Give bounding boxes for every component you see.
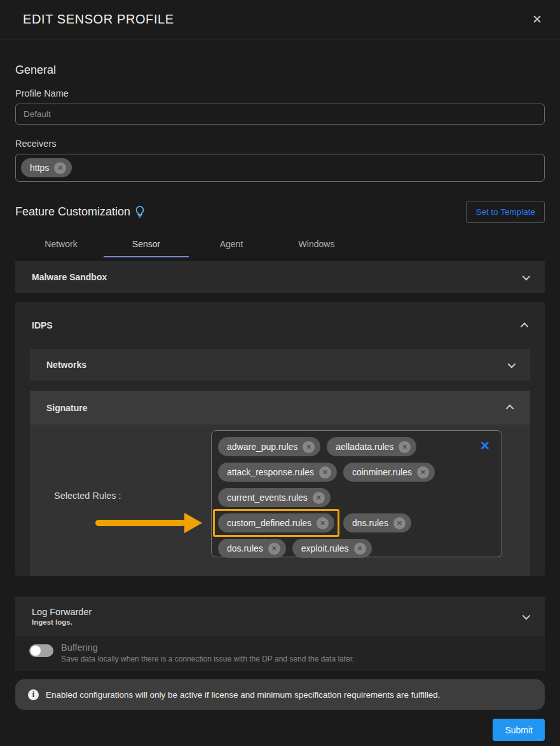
highlight-box: custom_defined.rules✕ (213, 509, 339, 537)
accordion-malware-sandbox[interactable]: Malware Sandbox (15, 261, 545, 293)
chevron-up-icon (506, 405, 514, 413)
buffering-row: Buffering Save data locally when there i… (15, 636, 545, 671)
rule-chip: exploit.rules✕ (292, 539, 372, 558)
tab-agent[interactable]: Agent (189, 232, 274, 257)
buffering-label: Buffering (61, 642, 354, 653)
receivers-input[interactable]: https✕ (15, 154, 545, 182)
remove-icon[interactable]: ✕ (417, 466, 429, 478)
remove-icon[interactable]: ✕ (399, 441, 411, 453)
remove-icon[interactable]: ✕ (317, 517, 329, 529)
rule-chip: dos.rules✕ (218, 539, 286, 558)
feature-tabs: NetworkSensorAgentWindows (18, 232, 545, 257)
log-forwarder-subtitle: Ingest logs. (32, 618, 92, 626)
log-forwarder-title: Log Forwarder (32, 607, 92, 617)
edit-sensor-profile-dialog: EDIT SENSOR PROFILE ✕ General Profile Na… (0, 0, 560, 746)
rule-chip-label: coinminer.rules (352, 467, 412, 477)
accordion-log-forwarder[interactable]: Log Forwarder Ingest logs. (15, 597, 545, 636)
networks-title: Networks (46, 360, 86, 370)
general-section-title: General (15, 64, 545, 77)
submit-button[interactable]: Submit (493, 719, 545, 741)
rule-chip: aelladata.rules✕ (327, 437, 416, 456)
dialog-header: EDIT SENSOR PROFILE ✕ (0, 0, 560, 39)
accordion-idps-panel: IDPS Networks Signature Selected Rules : (15, 302, 545, 576)
rule-chip: current_events.rules✕ (218, 488, 331, 507)
receiver-chip-label: https (30, 163, 49, 173)
rule-chip: coinminer.rules✕ (343, 463, 435, 482)
rule-chip-label: attack_response.rules (227, 467, 314, 477)
rules-row: dos.rules✕exploit.rules✕ (218, 539, 466, 558)
chevron-down-icon (508, 360, 516, 368)
buffering-toggle[interactable] (29, 644, 53, 657)
profile-name-input[interactable] (15, 104, 545, 125)
rule-chip-label: custom_defined.rules (227, 518, 311, 528)
chevron-down-icon (522, 272, 531, 280)
idps-title: IDPS (32, 320, 53, 330)
info-banner-text: Enabled configurations will only be acti… (46, 690, 440, 700)
selected-rules-input[interactable]: adware_pup.rules✕aelladata.rules✕attack_… (211, 430, 502, 557)
set-to-template-button[interactable]: Set to Template (466, 201, 545, 223)
remove-icon[interactable]: ✕ (354, 543, 366, 555)
signature-title: Signature (46, 403, 88, 413)
chevron-down-icon (522, 611, 531, 620)
rule-chip: dns.rules✕ (343, 513, 411, 532)
tab-network[interactable]: Network (18, 232, 104, 257)
rule-chip: adware_pup.rules✕ (218, 437, 320, 456)
clear-rules-icon[interactable]: ✕ (480, 440, 490, 452)
rule-chip: custom_defined.rules✕ (218, 513, 334, 532)
buffering-description: Save data locally when there is a connec… (61, 654, 354, 663)
remove-icon[interactable]: ✕ (319, 466, 331, 478)
rules-row: attack_response.rules✕coinminer.rules✕ (218, 463, 466, 482)
feature-customization-title: Feature Customization (15, 205, 130, 219)
accordion-signature[interactable]: Signature (30, 391, 530, 424)
tab-windows[interactable]: Windows (274, 232, 359, 257)
rule-chip-label: aelladata.rules (336, 442, 393, 452)
rules-row: adware_pup.rules✕aelladata.rules✕ (218, 437, 466, 456)
accordion-idps[interactable]: IDPS (15, 302, 545, 349)
receiver-chip: https✕ (21, 158, 72, 177)
highlight-arrow (95, 513, 202, 533)
malware-sandbox-title: Malware Sandbox (32, 272, 107, 282)
rule-chip-label: dos.rules (227, 543, 263, 553)
lightbulb-icon (135, 206, 144, 218)
close-icon[interactable]: ✕ (529, 11, 545, 28)
dialog-title: EDIT SENSOR PROFILE (23, 12, 174, 27)
rule-chip-label: adware_pup.rules (227, 442, 297, 452)
chevron-up-icon (521, 322, 529, 330)
signature-body: Selected Rules : adware_pup.rules✕aellad… (30, 424, 530, 576)
remove-icon[interactable]: ✕ (313, 492, 325, 504)
remove-icon[interactable]: ✕ (393, 517, 406, 529)
rule-chip-label: dns.rules (352, 518, 388, 528)
profile-name-label: Profile Name (15, 88, 545, 98)
rules-row: current_events.rules✕ (218, 488, 466, 507)
rule-chip: attack_response.rules✕ (218, 463, 337, 482)
rule-chip-label: exploit.rules (301, 543, 349, 553)
accordion-networks[interactable]: Networks (30, 349, 530, 381)
info-banner: i Enabled configurations will only be ac… (15, 679, 545, 710)
remove-icon[interactable]: ✕ (303, 441, 315, 453)
remove-icon[interactable]: ✕ (54, 162, 66, 174)
info-icon: i (28, 689, 39, 700)
rules-row: custom_defined.rules✕dns.rules✕ (218, 513, 466, 532)
rule-chip-label: current_events.rules (227, 492, 308, 503)
remove-icon[interactable]: ✕ (268, 543, 280, 555)
receivers-label: Receivers (15, 139, 545, 149)
tab-sensor[interactable]: Sensor (104, 232, 189, 257)
